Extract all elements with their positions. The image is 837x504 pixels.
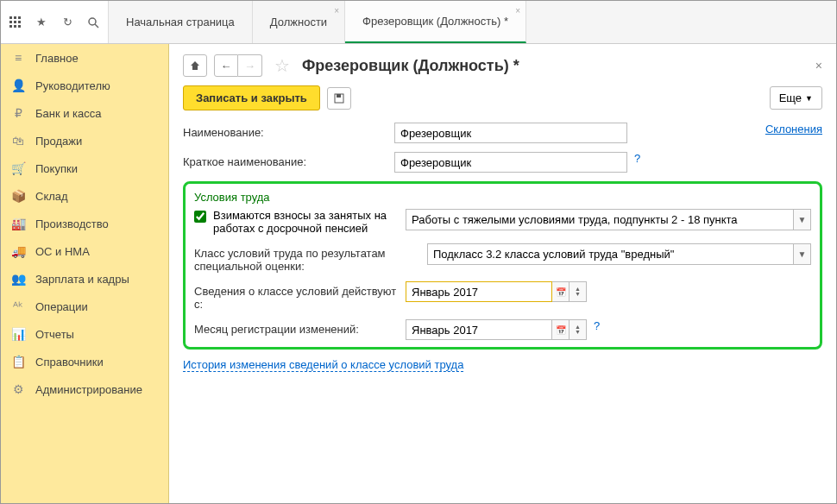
help-icon[interactable]: ? [634,152,640,165]
chevron-down-icon[interactable]: ▼ [793,244,810,264]
close-icon[interactable]: × [515,6,520,16]
tab-current[interactable]: Фрезеровщик (Должность) *× [345,1,526,43]
class-label: Класс условий труда по результатам специ… [194,243,427,273]
regmonth-input[interactable] [406,319,552,340]
ops-icon: ᴬᵏ [11,299,25,313]
favorite-icon[interactable]: ☆ [274,55,290,76]
sidebar-item-reports[interactable]: 📊Отчеты [1,320,168,348]
more-button[interactable]: Еще▼ [770,86,822,110]
sidebar-label: Продажи [35,135,82,148]
sidebar-item-manager[interactable]: 👤Руководителю [1,72,168,99]
svg-rect-6 [9,25,12,28]
spinner-icon[interactable]: ▲▼ [570,281,587,302]
save-close-button[interactable]: Записать и закрыть [183,85,320,110]
sidebar-item-admin[interactable]: ⚙Администрирование [1,375,168,403]
class-row: Класс условий труда по результатам специ… [194,243,811,273]
name-label: Наименование: [183,123,394,139]
class-select[interactable]: Подкласс 3.2 класса условий труда "вредн… [427,243,811,265]
svg-rect-8 [18,25,21,28]
apps-icon[interactable] [8,15,23,30]
sidebar-label: Склад [35,190,68,203]
section-title: Условия труда [194,191,811,204]
shortname-row: Краткое наименование: ? [183,152,822,173]
contributions-checkbox[interactable] [194,211,206,223]
svg-rect-2 [18,16,21,19]
conditions-section: Условия труда Взимаются взносы за заняты… [183,181,822,350]
top-toolbar: ★ ↻ Начальная страница Должности× Фрезер… [1,1,836,44]
svg-rect-5 [18,21,21,23]
factory-icon: 🏭 [11,217,25,230]
close-icon[interactable]: × [815,59,822,72]
select-value: Работы с тяжелыми условиями труда, подпу… [406,210,793,230]
truck-icon: 🚚 [11,244,25,258]
name-row: Наименование: Склонения [183,123,822,143]
header-row: ← → ☆ Фрезеровщик (Должность) * × [183,54,822,77]
chart-icon: 📊 [11,327,25,341]
shortname-label: Краткое наименование: [183,152,394,168]
sidebar-label: ОС и НМА [35,245,90,258]
people-icon: 👥 [11,272,25,286]
body: ≡Главное 👤Руководителю ₽Банк и касса 🛍Пр… [1,44,836,503]
gear-icon: ⚙ [11,382,25,396]
sidebar-label: Покупки [35,162,78,175]
svg-rect-12 [337,94,341,98]
sidebar-item-bank[interactable]: ₽Банк и касса [1,99,168,127]
sidebar-item-warehouse[interactable]: 📦Склад [1,182,168,210]
svg-rect-3 [9,21,12,23]
sidebar-item-main[interactable]: ≡Главное [1,44,168,72]
help-icon[interactable]: ? [594,319,600,332]
regmonth-date-group: 📅 ▲▼ [406,319,587,340]
sidebar-item-production[interactable]: 🏭Производство [1,210,168,237]
history-link[interactable]: История изменения сведений о классе усло… [183,358,463,372]
home-button[interactable] [183,54,207,77]
search-icon[interactable] [85,15,101,30]
tab-label: Начальная страница [126,16,235,28]
toolbar-icons: ★ ↻ [1,1,109,43]
star-icon[interactable]: ★ [34,15,49,30]
sidebar: ≡Главное 👤Руководителю ₽Банк и касса 🛍Пр… [1,44,169,503]
tab-home[interactable]: Начальная страница [109,1,253,43]
chevron-down-icon: ▼ [805,94,813,103]
sidebar-label: Отчеты [35,328,74,341]
tab-positions[interactable]: Должности× [253,1,345,43]
cart-icon: 🛒 [11,161,25,175]
svg-rect-4 [14,21,16,23]
sidebar-item-purchases[interactable]: 🛒Покупки [1,154,168,182]
close-icon[interactable]: × [334,6,339,16]
page-title: Фрезеровщик (Должность) * [302,57,519,75]
svg-line-10 [95,24,98,28]
sidebar-item-sales[interactable]: 🛍Продажи [1,127,168,154]
chevron-down-icon[interactable]: ▼ [793,210,810,230]
effective-date-group: 📅 ▲▼ [406,281,587,302]
calendar-icon[interactable]: 📅 [552,319,570,340]
action-row: Записать и закрыть Еще▼ [183,85,822,110]
sidebar-item-catalogs[interactable]: 📋Справочники [1,348,168,375]
effective-row: Сведения о классе условий действуют с: 📅… [194,281,811,311]
list-icon: 📋 [11,355,25,369]
more-label: Еще [779,91,802,104]
sidebar-item-assets[interactable]: 🚚ОС и НМА [1,237,168,265]
back-button[interactable]: ← [214,54,238,77]
tab-label: Фрезеровщик (Должность) * [362,15,508,28]
spinner-icon[interactable]: ▲▼ [570,319,587,340]
sidebar-label: Операции [35,300,88,313]
box-icon: 📦 [11,189,25,203]
effective-input[interactable] [406,281,552,302]
save-button[interactable] [327,87,351,110]
declensions-link[interactable]: Склонения [765,123,822,135]
sidebar-item-hr[interactable]: 👥Зарплата и кадры [1,265,168,293]
contributions-select[interactable]: Работы с тяжелыми условиями труда, подпу… [406,209,811,230]
contributions-row: Взимаются взносы за занятых на работах с… [194,209,811,235]
calendar-icon[interactable]: 📅 [552,281,570,302]
regmonth-label: Месяц регистрации изменений: [194,319,406,336]
forward-button[interactable]: → [238,54,262,77]
select-value: Подкласс 3.2 класса условий труда "вредн… [428,244,793,264]
bag-icon: 🛍 [11,134,25,148]
svg-point-9 [89,18,96,25]
shortname-input[interactable] [394,152,627,173]
name-input[interactable] [394,123,627,143]
sidebar-label: Производство [35,217,109,230]
content: ← → ☆ Фрезеровщик (Должность) * × Записа… [169,44,836,503]
history-icon[interactable]: ↻ [60,15,75,30]
sidebar-item-operations[interactable]: ᴬᵏОперации [1,293,168,320]
